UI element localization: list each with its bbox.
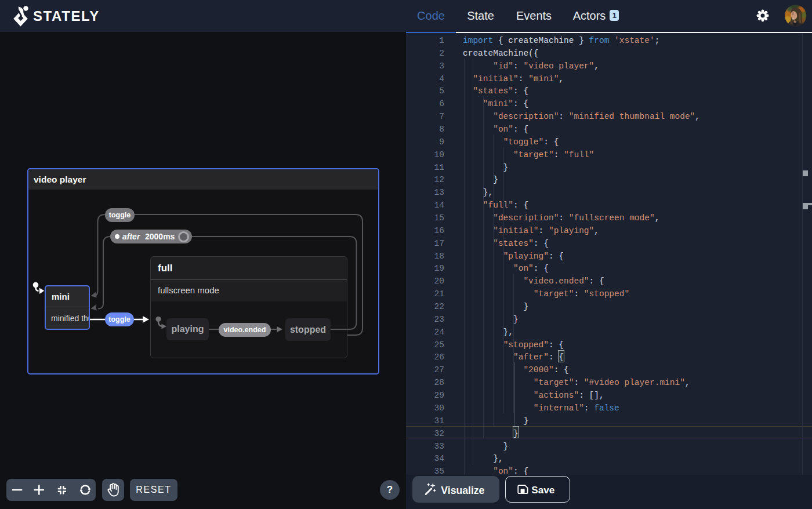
svg-text:Save: Save <box>531 485 554 496</box>
svg-text:Visualize: Visualize <box>441 485 484 496</box>
